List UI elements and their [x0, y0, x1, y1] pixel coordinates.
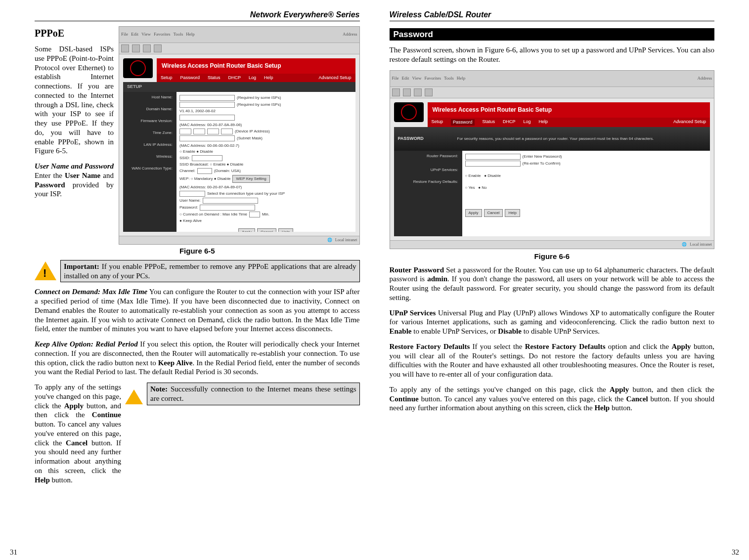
- cancel-button[interactable]: Cancel: [257, 228, 276, 232]
- apply-and-note-row: To apply any of the settings you've chan…: [35, 383, 360, 484]
- important-callout: Important: If you enable PPPoE, remember…: [35, 260, 360, 283]
- timezone-select[interactable]: [179, 115, 235, 121]
- router-action-buttons-right: Apply Cancel Help: [465, 205, 707, 221]
- router-form-right: (Enter New Password) (Re-enter To Confir…: [462, 151, 710, 236]
- subnet-select[interactable]: [179, 135, 235, 141]
- apply-button[interactable]: Apply: [238, 228, 255, 232]
- left-page: Network Everywhere® Series PPPoE Some DS…: [20, 10, 375, 555]
- figure-6-6-screenshot: FileEditViewFavoritesToolsHelp Address W…: [390, 70, 715, 249]
- browser-menubar-right: FileEditViewFavoritesToolsHelp Address: [390, 71, 714, 87]
- router-form-area: (Required by some ISPs) (Required by som…: [176, 92, 355, 232]
- router-banner-title-right: Wireless Access Point Router Basic Setup: [428, 102, 710, 118]
- pppoe-intro: Some DSL-based ISPs use PPPoE (Point-to-…: [35, 44, 114, 156]
- router-header-row-right: Wireless Access Point Router Basic Setup…: [390, 98, 714, 127]
- figure-6-6-caption: Figure 6-6: [390, 252, 715, 261]
- pppoe-text-column: PPPoE Some DSL-based ISPs use PPPoE (Poi…: [35, 26, 114, 205]
- browser-status-bar: 🌐 Local intranet: [119, 236, 359, 244]
- confirm-password-input[interactable]: [465, 161, 521, 167]
- note-warning-icon: [125, 389, 143, 405]
- back-icon[interactable]: [121, 44, 129, 52]
- figure-6-5-caption: Figure 6-5: [35, 247, 360, 256]
- router-tab-bar-right: Setup Password Status DHCP Log Help Adva…: [428, 118, 710, 127]
- internet-icon: 🌐: [327, 238, 332, 243]
- warning-icon: [35, 261, 56, 281]
- router-password-para: Router Password Set a password for the R…: [390, 265, 715, 302]
- connect-on-demand-para: Connect on Demand: Max Idle Time You can…: [35, 287, 360, 334]
- router-logo: [394, 102, 424, 122]
- home-icon[interactable]: [425, 88, 433, 96]
- internet-icon: 🌐: [682, 242, 687, 247]
- router-body: Host Name: Domain Name: Firmware Version…: [123, 92, 355, 232]
- router-header-row: Wireless Access Point Router Basic Setup…: [119, 54, 359, 82]
- tab-password-active[interactable]: Password: [451, 119, 475, 126]
- router-body-right: Router Password: UPnP Services: Restore …: [394, 151, 710, 236]
- new-password-input[interactable]: [465, 154, 521, 160]
- right-page-header: Wireless Cable/DSL Router: [390, 10, 715, 21]
- refresh-icon[interactable]: [154, 44, 162, 52]
- router-action-buttons: Apply Cancel Help: [179, 224, 352, 232]
- upnp-para: UPnP Services Universal Plug and Play (U…: [390, 308, 715, 336]
- host-name-input[interactable]: [179, 95, 235, 101]
- router-banner-title: Wireless Access Point Router Basic Setup: [157, 58, 355, 74]
- router-section-label: SETUP: [123, 82, 355, 91]
- keep-alive-para: Keep Alive Option: Redial Period If you …: [35, 340, 360, 377]
- left-page-number: 31: [10, 548, 17, 557]
- browser-menubar: FileEditViewFavoritesToolsHelp Address: [119, 27, 359, 43]
- stop-icon[interactable]: [143, 44, 151, 52]
- two-page-spread: Network Everywhere® Series PPPoE Some DS…: [0, 0, 749, 560]
- router-tab-bar: Setup Password Status DHCP Log Help Adva…: [157, 74, 355, 82]
- note-box: Note: Successfully connection to the Int…: [147, 383, 360, 405]
- password-intro: The Password screen, shown in Figure 6-6…: [390, 45, 715, 64]
- pppoe-title: PPPoE: [35, 27, 114, 40]
- cancel-button[interactable]: Cancel: [484, 209, 503, 217]
- router-logo: [123, 58, 153, 78]
- back-icon[interactable]: [392, 88, 400, 96]
- important-box: Important: If you enable PPPoE, remember…: [60, 260, 360, 283]
- upnp-radio-group[interactable]: ○ Enable ● Disable: [465, 173, 501, 178]
- domain-name-input[interactable]: [179, 102, 235, 108]
- user-password-label: User Name and Password: [35, 162, 114, 170]
- apply-cancel-help-para-right: To apply any of the settings you've chan…: [390, 385, 715, 413]
- right-page: Wireless Cable/DSL Router Password The P…: [375, 10, 730, 555]
- apply-button[interactable]: Apply: [465, 209, 482, 217]
- restore-radio-group[interactable]: ○ Yes ● No: [465, 185, 487, 190]
- right-page-number: 32: [732, 548, 739, 557]
- browser-status-bar-right: 🌐 Local intranet: [390, 240, 714, 249]
- help-button[interactable]: Help: [278, 228, 293, 232]
- pppoe-top-layout: PPPoE Some DSL-based ISPs use PPPoE (Poi…: [35, 26, 360, 245]
- router-password-header-dark: PASSWORD For security reasons, you shoul…: [394, 127, 710, 151]
- browser-toolbar-right: [390, 87, 714, 98]
- left-page-header: Network Everywhere® Series: [35, 10, 360, 21]
- user-password-para: User Name and Password Enter the User Na…: [35, 162, 114, 199]
- apply-cancel-help-para-left: To apply any of the settings you've chan…: [35, 383, 121, 484]
- password-section-bar: Password: [390, 28, 715, 41]
- restore-factory-para: Restore Factory Defaults If you select t…: [390, 342, 715, 379]
- figure-6-5-screenshot: FileEditViewFavoritesToolsHelp Address W…: [119, 26, 360, 245]
- forward-icon[interactable]: [132, 44, 140, 52]
- refresh-icon[interactable]: [414, 88, 422, 96]
- forward-icon[interactable]: [403, 88, 411, 96]
- wan-type-select[interactable]: [179, 191, 205, 197]
- router-sidebar-right: Router Password: UPnP Services: Restore …: [394, 151, 462, 236]
- router-sidebar-labels: Host Name: Domain Name: Firmware Version…: [123, 92, 176, 232]
- browser-toolbar: [119, 43, 359, 54]
- help-button[interactable]: Help: [505, 209, 520, 217]
